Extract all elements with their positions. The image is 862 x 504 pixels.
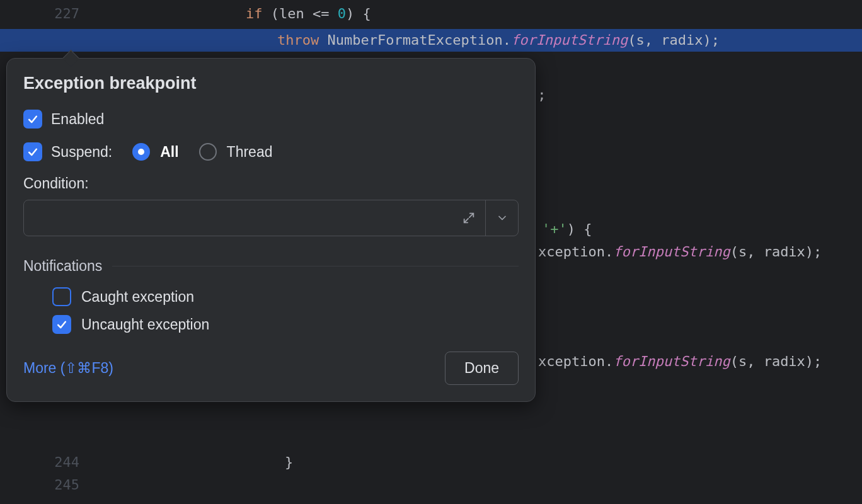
- chevron-down-icon[interactable]: [485, 200, 518, 236]
- uncaught-exception-row: Uncaught exception: [52, 315, 519, 334]
- suspend-all-label: All: [160, 144, 178, 161]
- caught-exception-checkbox[interactable]: [52, 287, 71, 306]
- enabled-checkbox[interactable]: [23, 110, 42, 129]
- notifications-header: Notifications: [23, 258, 519, 275]
- condition-label: Condition:: [23, 175, 519, 192]
- condition-input[interactable]: [24, 200, 452, 236]
- suspend-thread-label: Thread: [227, 144, 273, 161]
- breakpoint-popup: Exception breakpoint Enabled Suspend: Al…: [6, 58, 536, 402]
- popup-footer: More (⇧⌘F8) Done: [23, 352, 519, 385]
- suspend-row: Suspend: All Thread: [23, 142, 519, 161]
- divider: [112, 266, 519, 266]
- notifications-label: Notifications: [23, 258, 102, 275]
- suspend-label: Suspend:: [51, 144, 112, 161]
- suspend-thread-radio[interactable]: [199, 143, 217, 161]
- popup-title: Exception breakpoint: [23, 74, 519, 93]
- uncaught-exception-checkbox[interactable]: [52, 315, 71, 334]
- enabled-row: Enabled: [23, 110, 519, 129]
- enabled-label: Enabled: [51, 111, 104, 128]
- code-line[interactable]: if (len <= 0) {: [0, 3, 862, 25]
- suspend-all-radio[interactable]: [132, 143, 150, 161]
- code-line[interactable]: [0, 474, 862, 496]
- expand-icon[interactable]: [452, 200, 485, 236]
- suspend-checkbox[interactable]: [23, 142, 42, 161]
- caught-exception-row: Caught exception: [52, 287, 519, 306]
- done-button[interactable]: Done: [445, 352, 519, 385]
- condition-field: [23, 200, 519, 236]
- caught-exception-label: Caught exception: [81, 289, 194, 306]
- code-line[interactable]: }: [0, 451, 862, 474]
- more-link[interactable]: More (⇧⌘F8): [23, 360, 113, 377]
- code-line[interactable]: throw NumberFormatException.forInputStri…: [0, 29, 862, 52]
- uncaught-exception-label: Uncaught exception: [81, 316, 209, 333]
